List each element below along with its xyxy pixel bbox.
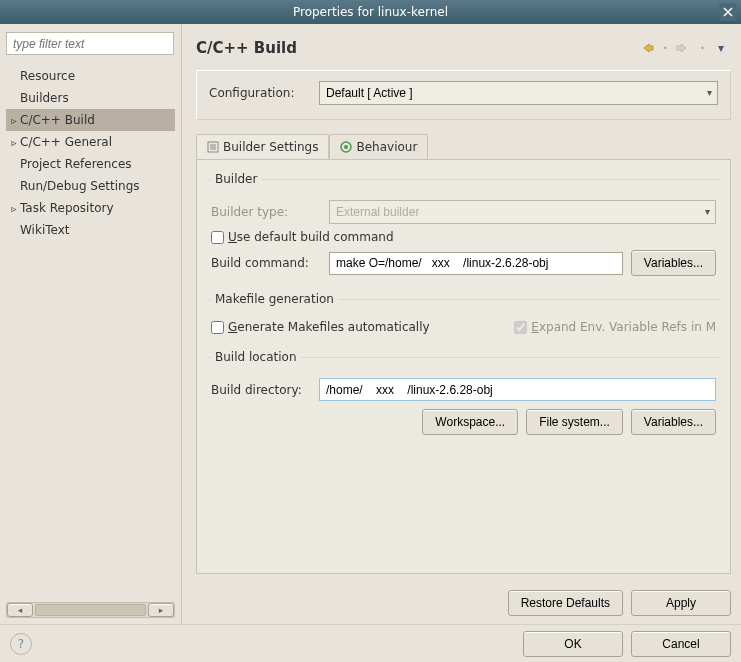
list-icon [207,141,219,153]
preference-tree: Resource Builders ▹C/C++ Build ▹C/C++ Ge… [6,55,175,598]
file-system-button[interactable]: File system... [526,409,623,435]
help-icon[interactable]: ? [10,633,32,655]
tab-label: Behaviour [356,140,417,154]
window-title: Properties for linux-kernel [293,5,448,19]
checkbox-icon[interactable] [211,231,224,244]
chevron-dot-icon: • [662,43,667,53]
configuration-panel: Configuration: Default [ Active ] ▾ [196,70,731,120]
build-location-group: Build location Build directory: Workspac… [207,350,720,445]
build-command-label: Build command: [211,256,321,270]
tree-item-ccpp-general[interactable]: ▹C/C++ General [6,131,175,153]
tree-item-project-references[interactable]: Project References [6,153,175,175]
apply-button[interactable]: Apply [631,590,731,616]
scroll-left-icon[interactable]: ◂ [7,603,33,617]
checkbox-icon[interactable] [211,321,224,334]
checkbox-label: enerate Makefiles automatically [237,320,429,334]
build-command-input[interactable] [329,252,623,275]
tree-item-builders[interactable]: Builders [6,87,175,109]
build-directory-input[interactable] [319,378,716,401]
group-legend: Builder [211,172,261,186]
tab-label: Builder Settings [223,140,318,154]
tree-item-resource[interactable]: Resource [6,65,175,87]
dialog-footer: ? OK Cancel [0,624,741,662]
horizontal-scrollbar[interactable]: ◂ ▸ [6,602,175,618]
generate-makefiles-checkbox[interactable]: Generate Makefiles automatically [211,320,430,334]
page-title: C/C++ Build [196,39,636,57]
expand-arrow-icon[interactable]: ▹ [8,137,20,148]
makefile-group: Makefile generation Generate Makefiles a… [207,292,720,344]
svg-point-5 [344,145,348,149]
tab-behaviour[interactable]: Behaviour [329,134,428,159]
checkbox-label: se default build command [237,230,394,244]
ok-button[interactable]: OK [523,631,623,657]
scroll-right-icon[interactable]: ▸ [148,603,174,617]
tree-item-wikitext[interactable]: WikiText [6,219,175,241]
configuration-select[interactable]: Default [ Active ] [319,81,718,105]
expand-arrow-icon[interactable]: ▹ [8,203,20,214]
sidebar: Resource Builders ▹C/C++ Build ▹C/C++ Ge… [0,24,182,624]
window-close-button[interactable] [719,3,737,21]
nav-back-icon[interactable] [636,40,656,56]
tree-item-run-debug[interactable]: Run/Debug Settings [6,175,175,197]
checkbox-label: xpand Env. Variable Refs in M [539,320,716,334]
cancel-button[interactable]: Cancel [631,631,731,657]
build-directory-label: Build directory: [211,383,311,397]
filter-input[interactable] [6,32,174,55]
workspace-button[interactable]: Workspace... [422,409,518,435]
scroll-thumb[interactable] [35,604,146,616]
location-variables-button[interactable]: Variables... [631,409,716,435]
group-legend: Makefile generation [211,292,338,306]
builder-type-label: Builder type: [211,205,321,219]
tab-builder-settings[interactable]: Builder Settings [196,134,329,159]
builder-group: Builder Builder type: External builder ▾ [207,172,720,286]
checkbox-icon [514,321,527,334]
variables-button[interactable]: Variables... [631,250,716,276]
tree-item-task-repository[interactable]: ▹Task Repository [6,197,175,219]
view-menu-icon[interactable]: ▾ [711,40,731,56]
tab-content: Builder Builder type: External builder ▾ [196,159,731,574]
chevron-dot-icon: • [700,43,705,53]
tree-item-ccpp-build[interactable]: ▹C/C++ Build [6,109,175,131]
tab-bar: Builder Settings Behaviour [196,133,731,159]
target-icon [340,141,352,153]
expand-env-checkbox: Expand Env. Variable Refs in M [514,320,716,334]
nav-forward-icon [674,40,694,56]
use-default-build-checkbox[interactable]: Use default build command [211,230,394,244]
expand-arrow-icon[interactable]: ▹ [8,115,20,126]
restore-defaults-button[interactable]: Restore Defaults [508,590,623,616]
configuration-label: Configuration: [209,86,309,100]
window-titlebar: Properties for linux-kernel [0,0,741,24]
group-legend: Build location [211,350,301,364]
builder-type-select: External builder [329,200,716,224]
